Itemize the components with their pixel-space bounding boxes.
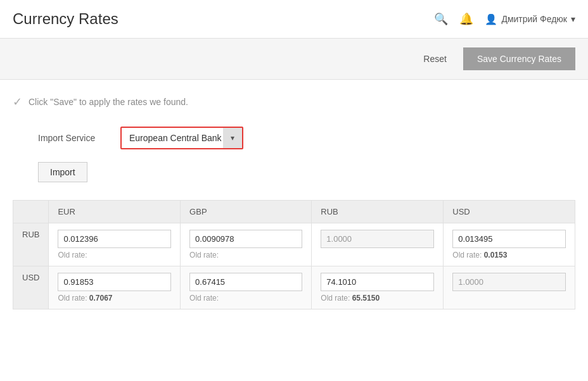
search-icon[interactable]: 🔍 xyxy=(434,12,448,26)
cell-rub-eur: Old rate: xyxy=(49,223,181,266)
old-rate-usd-gbp: Old rate: xyxy=(189,294,302,303)
reset-button[interactable]: Reset xyxy=(417,50,453,68)
main-content: ✓ Click "Save" to apply the rates we fou… xyxy=(0,80,588,325)
old-rate-val-usd-eur: 0.7067 xyxy=(89,294,113,303)
checkmark-icon: ✓ xyxy=(13,95,22,109)
row-label-rub: RUB xyxy=(13,223,49,266)
import-button[interactable]: Import xyxy=(38,162,87,182)
toolbar: Reset Save Currency Rates xyxy=(0,39,588,80)
rate-input-usd-gbp[interactable] xyxy=(189,273,302,291)
import-service-row: Import Service European Central Bank Oth… xyxy=(13,127,575,149)
table-corner-header xyxy=(13,201,49,223)
old-rate-usd-rub: Old rate: 65.5150 xyxy=(321,294,434,303)
row-label-usd: USD xyxy=(13,266,49,309)
col-header-gbp: GBP xyxy=(181,201,312,223)
save-button[interactable]: Save Currency Rates xyxy=(463,47,575,70)
col-header-usd: USD xyxy=(444,201,575,223)
old-rate-rub-usd: Old rate: 0.0153 xyxy=(452,251,566,259)
cell-usd-eur: Old rate: 0.7067 xyxy=(49,266,181,309)
rate-input-usd-rub[interactable] xyxy=(321,273,434,291)
old-rate-rub-eur: Old rate: xyxy=(58,251,171,259)
cell-usd-rub: Old rate: 65.5150 xyxy=(312,266,444,309)
old-rate-val-rub-usd: 0.0153 xyxy=(484,251,508,259)
rate-input-usd-eur[interactable] xyxy=(58,273,171,291)
table-row: RUB Old rate: Old rate: Old rate: 0.0153 xyxy=(13,223,575,266)
rates-table: EUR GBP RUB USD RUB Old rate: Old rate: xyxy=(13,200,575,309)
old-rate-usd-eur: Old rate: 0.7067 xyxy=(58,294,171,303)
rate-input-usd-usd xyxy=(452,273,566,291)
user-name: Дмитрий Федюк xyxy=(501,14,567,24)
user-menu[interactable]: 👤 Дмитрий Федюк ▾ xyxy=(485,13,575,25)
old-rate-val-usd-rub: 65.5150 xyxy=(352,294,380,303)
info-text: Click "Save" to apply the rates we found… xyxy=(29,97,188,107)
import-service-select[interactable]: European Central Bank Other Bank xyxy=(122,128,242,148)
header: Currency Rates 🔍 🔔 👤 Дмитрий Федюк ▾ xyxy=(0,0,588,39)
bell-icon[interactable]: 🔔 xyxy=(459,12,473,26)
rate-input-rub-rub xyxy=(321,230,434,248)
cell-usd-usd xyxy=(444,266,575,309)
rate-input-rub-eur[interactable] xyxy=(58,230,171,248)
cell-usd-gbp: Old rate: xyxy=(181,266,312,309)
table-row: USD Old rate: 0.7067 Old rate: Old rate:… xyxy=(13,266,575,309)
cell-rub-rub xyxy=(312,223,444,266)
page-title: Currency Rates xyxy=(13,10,118,28)
old-rate-rub-gbp: Old rate: xyxy=(189,251,302,259)
col-header-rub: RUB xyxy=(312,201,444,223)
col-header-eur: EUR xyxy=(49,201,181,223)
info-message: ✓ Click "Save" to apply the rates we fou… xyxy=(13,95,575,109)
import-service-select-wrapper: European Central Bank Other Bank ▾ xyxy=(120,127,243,149)
user-avatar-icon: 👤 xyxy=(485,13,497,25)
cell-rub-gbp: Old rate: xyxy=(181,223,312,266)
header-actions: 🔍 🔔 👤 Дмитрий Федюк ▾ xyxy=(434,12,575,26)
user-dropdown-arrow: ▾ xyxy=(571,14,575,24)
import-button-row: Import xyxy=(13,162,575,182)
rate-input-rub-gbp[interactable] xyxy=(189,230,302,248)
rate-input-rub-usd[interactable] xyxy=(452,230,566,248)
import-service-label: Import Service xyxy=(38,133,108,143)
cell-rub-usd: Old rate: 0.0153 xyxy=(444,223,575,266)
